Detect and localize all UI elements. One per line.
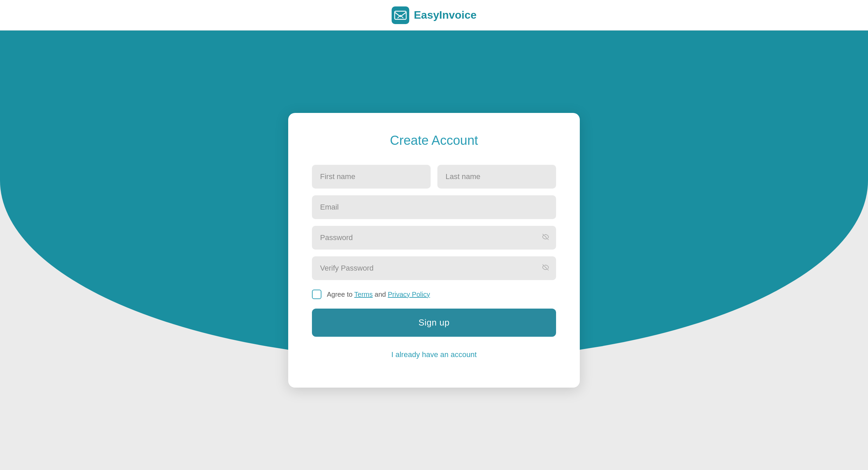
header: EasyInvoice <box>0 0 868 31</box>
verify-password-row <box>312 256 556 280</box>
agree-text: Agree to Terms and Privacy Policy <box>327 291 430 298</box>
logo-icon <box>392 6 409 24</box>
privacy-policy-link[interactable]: Privacy Policy <box>388 291 430 298</box>
create-account-heading: Create Account <box>390 133 478 148</box>
last-name-input[interactable] <box>437 165 556 189</box>
name-row <box>312 165 556 189</box>
email-input[interactable] <box>312 195 556 219</box>
card-title: Create Account <box>312 133 556 148</box>
login-link[interactable]: I already have an account <box>312 342 556 367</box>
terms-link[interactable]: Terms <box>354 291 373 298</box>
password-input-wrapper <box>312 226 556 250</box>
verify-password-input-wrapper <box>312 256 556 280</box>
agree-row: Agree to Terms and Privacy Policy <box>312 290 556 299</box>
verify-password-input[interactable] <box>312 256 556 280</box>
password-row <box>312 226 556 250</box>
logo-text: EasyInvoice <box>414 9 477 21</box>
first-name-input[interactable] <box>312 165 431 189</box>
password-input[interactable] <box>312 226 556 250</box>
signup-button[interactable]: Sign up <box>312 309 556 337</box>
agree-and: and <box>373 291 388 298</box>
signup-form: Agree to Terms and Privacy Policy Sign u… <box>312 165 556 367</box>
verify-password-group <box>312 256 556 280</box>
main-content: Create Account <box>0 31 868 470</box>
agree-checkbox[interactable] <box>312 290 321 299</box>
password-group <box>312 226 556 250</box>
agree-text-before: Agree to <box>327 291 354 298</box>
password-eye-icon[interactable] <box>542 233 549 242</box>
first-name-group <box>312 165 431 189</box>
last-name-group <box>437 165 556 189</box>
logo-container: EasyInvoice <box>392 6 477 24</box>
verify-password-eye-icon[interactable] <box>542 264 549 273</box>
email-row <box>312 195 556 219</box>
signup-card: Create Account <box>288 113 580 388</box>
email-group <box>312 195 556 219</box>
